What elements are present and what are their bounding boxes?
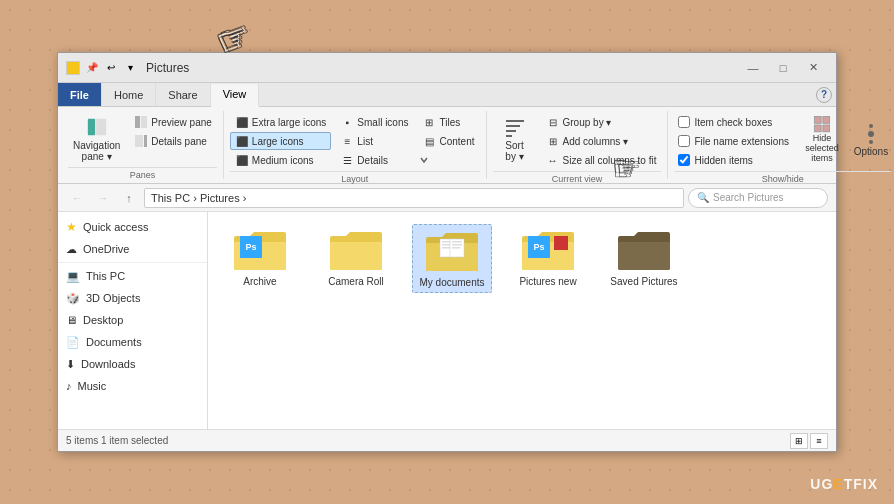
- large-icons-button[interactable]: ⬛ Large icons: [230, 132, 331, 150]
- sidebar-item-desktop[interactable]: 🖥 Desktop: [58, 309, 207, 331]
- hidden-items-checkbox[interactable]: [678, 154, 690, 166]
- tab-view[interactable]: View: [211, 84, 260, 107]
- panes-column: Preview pane Details pane: [129, 113, 217, 150]
- hide-selected-items-button[interactable]: Hide selecteditems: [797, 113, 847, 165]
- search-box[interactable]: 🔍 Search Pictures: [688, 188, 828, 208]
- group-by-button[interactable]: ⊟ Group by ▾: [541, 113, 662, 131]
- tiles-icon: ⊞: [422, 115, 436, 129]
- list-icon: ≡: [340, 134, 354, 148]
- svg-rect-0: [87, 119, 94, 136]
- ribbon: File Home Share View ? Navigationpane ▾: [58, 83, 836, 184]
- tiles-button[interactable]: ⊞ Tiles: [417, 113, 479, 131]
- details-pane-label: Details pane: [151, 136, 207, 147]
- svg-rect-8: [506, 130, 516, 132]
- undo-icon[interactable]: ↩: [103, 60, 119, 76]
- tab-file[interactable]: File: [58, 83, 102, 106]
- extra-large-icons-button[interactable]: ⬛ Extra large icons: [230, 113, 331, 131]
- small-icon: ▪: [340, 115, 354, 129]
- list-button[interactable]: ≡ List: [335, 132, 413, 150]
- forward-button[interactable]: →: [92, 187, 114, 209]
- file-name-extensions-checkbox[interactable]: [678, 135, 690, 147]
- options-button[interactable]: Options: [851, 113, 891, 165]
- svg-point-14: [868, 131, 874, 137]
- close-button[interactable]: ✕: [798, 58, 828, 78]
- file-item-saved-pictures[interactable]: Saved Pictures: [604, 224, 684, 293]
- ribbon-group-show-hide: Item check boxes File name extensions Hi…: [670, 111, 894, 179]
- sidebar-item-this-pc[interactable]: 💻 This PC: [58, 265, 207, 287]
- red-corner: [554, 236, 568, 250]
- content-button[interactable]: ▤ Content: [417, 132, 479, 150]
- file-item-pictures-new[interactable]: Ps Pictures new: [508, 224, 588, 293]
- list-view-button[interactable]: ≡: [810, 433, 828, 449]
- show-hide-buttons: Hide selecteditems: [797, 113, 847, 165]
- nav-pane-icon: [85, 116, 109, 138]
- size-columns-icon: ↔: [546, 153, 560, 167]
- sidebar-item-quick-access[interactable]: ★ Quick access: [58, 216, 207, 238]
- window-title: Pictures: [146, 61, 189, 75]
- item-check-boxes-checkbox[interactable]: [678, 116, 690, 128]
- quick-access-star-icon: ★: [66, 220, 77, 234]
- sidebar-item-music[interactable]: ♪ Music: [58, 375, 207, 397]
- sort-by-button[interactable]: Sortby ▾: [493, 113, 537, 165]
- documents-icon: 📄: [66, 336, 80, 349]
- sidebar: ★ Quick access ☁ OneDrive 💻 This PC 🎲 3D…: [58, 212, 208, 429]
- medium-icons-button[interactable]: ⬛ Medium icons: [230, 151, 331, 169]
- ribbon-tabs: File Home Share View ?: [58, 83, 836, 107]
- music-icon: ♪: [66, 380, 72, 392]
- item-check-boxes-row: Item check boxes: [674, 113, 793, 131]
- saved-pictures-folder-icon: [616, 228, 672, 272]
- details-button[interactable]: ☰ Details: [335, 151, 413, 169]
- options-col: Options: [851, 113, 891, 165]
- grid-view-button[interactable]: ⊞: [790, 433, 808, 449]
- folder-icon: [66, 61, 80, 75]
- file-item-archive[interactable]: Ps Archive: [220, 224, 300, 293]
- sidebar-item-3d-objects[interactable]: 🎲 3D Objects: [58, 287, 207, 309]
- breadcrumb[interactable]: This PC › Pictures ›: [144, 188, 684, 208]
- tab-share[interactable]: Share: [156, 83, 210, 106]
- camera-roll-folder-icon: [328, 228, 384, 272]
- downloads-icon: ⬇: [66, 358, 75, 371]
- pictures-new-folder-icon: Ps: [520, 228, 576, 272]
- preview-pane-button[interactable]: Preview pane: [129, 113, 217, 131]
- layout-expand-button[interactable]: [417, 153, 431, 167]
- sidebar-item-downloads[interactable]: ⬇ Downloads: [58, 353, 207, 375]
- nav-bar: ← → ↑ This PC › Pictures › 🔍 Search Pict…: [58, 184, 836, 212]
- details-pane-button[interactable]: Details pane: [129, 132, 217, 150]
- group-by-icon: ⊟: [546, 115, 560, 129]
- size-columns-label: Size all columns to fit: [563, 155, 657, 166]
- svg-rect-4: [135, 135, 143, 147]
- svg-rect-13: [823, 125, 830, 132]
- back-button[interactable]: ←: [66, 187, 88, 209]
- hide-selected-label: Hide selecteditems: [798, 134, 846, 164]
- minimize-button[interactable]: —: [738, 58, 768, 78]
- add-columns-button[interactable]: ⊞ Add columns ▾: [541, 132, 662, 150]
- desktop-icon: 🖥: [66, 314, 77, 326]
- svg-point-15: [869, 124, 873, 128]
- maximize-button[interactable]: □: [768, 58, 798, 78]
- title-controls: — □ ✕: [738, 58, 828, 78]
- svg-rect-20: [442, 247, 450, 249]
- current-view-group-label: Current view: [493, 171, 662, 184]
- file-item-my-documents[interactable]: My documents: [412, 224, 492, 293]
- tab-home[interactable]: Home: [102, 83, 156, 106]
- up-button[interactable]: ↑: [118, 187, 140, 209]
- dropdown-icon[interactable]: ▾: [122, 60, 138, 76]
- extra-large-label: Extra large icons: [252, 117, 326, 128]
- sidebar-item-onedrive[interactable]: ☁ OneDrive: [58, 238, 207, 260]
- small-icons-button[interactable]: ▪ Small icons: [335, 113, 413, 131]
- this-pc-icon: 💻: [66, 270, 80, 283]
- watermark-accent: E: [833, 476, 843, 492]
- size-columns-button[interactable]: ↔ Size all columns to fit: [541, 151, 662, 169]
- sidebar-item-this-pc-label: This PC: [86, 270, 125, 282]
- navigation-pane-button[interactable]: Navigationpane ▾: [68, 113, 125, 165]
- file-item-camera-roll[interactable]: Camera Roll: [316, 224, 396, 293]
- saved-pictures-label: Saved Pictures: [610, 276, 677, 287]
- sidebar-item-documents[interactable]: 📄 Documents: [58, 331, 207, 353]
- 3d-objects-icon: 🎲: [66, 292, 80, 305]
- list-label: List: [357, 136, 373, 147]
- hide-selected-icon: [811, 114, 833, 134]
- pictures-new-label: Pictures new: [519, 276, 576, 287]
- pin-icon[interactable]: 📌: [84, 60, 100, 76]
- help-button[interactable]: ?: [816, 87, 832, 103]
- sidebar-item-desktop-label: Desktop: [83, 314, 123, 326]
